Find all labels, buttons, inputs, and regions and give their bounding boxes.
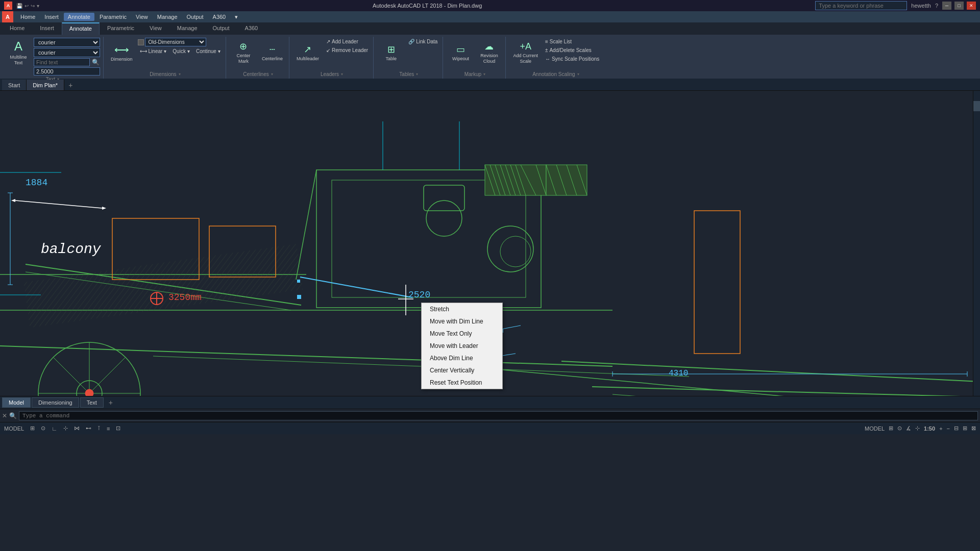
ctx-center-vertically[interactable]: Center Vertically <box>422 364 502 377</box>
continue-dim-button[interactable]: Continue ▾ <box>194 47 223 55</box>
leaders-expand[interactable]: ▾ <box>341 72 343 77</box>
status-layout[interactable]: ⊞ <box>963 425 967 432</box>
menu-a360[interactable]: A360 <box>209 13 230 21</box>
add-current-scale-button[interactable]: +A Add CurrentScale <box>510 38 541 67</box>
linear-dim-button[interactable]: ⟷ Linear ▾ <box>138 47 169 55</box>
group-markup-label: Markup ▾ <box>447 70 502 79</box>
menu-manage[interactable]: Manage <box>153 13 182 21</box>
status-tmodel[interactable]: ⊡ <box>116 425 120 432</box>
drawing-canvas[interactable]: 1884 balcony 3250mm 2520 void 4310 Stret… <box>0 91 980 396</box>
menu-insert[interactable]: Insert <box>40 13 63 21</box>
layout-dimensioning[interactable]: Dimensioning <box>32 397 79 408</box>
status-isnap[interactable]: ⋈ <box>74 425 80 432</box>
quick-dropdown[interactable]: ▾ <box>187 48 190 54</box>
ctx-above-dim-line[interactable]: Above Dim Line <box>422 352 502 364</box>
layout-model[interactable]: Model <box>2 397 31 408</box>
status-zoom-out[interactable]: − <box>947 425 950 432</box>
status-polar[interactable]: ⊹ <box>63 425 68 432</box>
command-input[interactable] <box>19 411 978 420</box>
ctx-move-with-dim-line[interactable]: Move with Dim Line <box>422 315 502 328</box>
dimension-button[interactable]: ⟷ Dimension <box>108 38 136 67</box>
ctx-move-with-leader[interactable]: Move with Leader <box>422 340 502 352</box>
minimize-button[interactable]: ─ <box>942 2 951 10</box>
tab-dim-plan[interactable]: Dim Plan* <box>27 80 64 90</box>
status-zoom-in[interactable]: + <box>939 425 942 432</box>
add-layout-button[interactable]: + <box>105 398 117 407</box>
menu-parametric[interactable]: Parametric <box>95 13 131 21</box>
scroll-thumb[interactable] <box>973 101 980 111</box>
menu-more[interactable]: ▾ <box>231 13 242 21</box>
status-annotation[interactable]: ⊙ <box>897 425 902 432</box>
status-grid[interactable]: ⊞ <box>30 425 35 432</box>
centerline-button[interactable]: ┄ Centerline <box>259 38 286 67</box>
status-lock[interactable]: ∡ <box>906 425 911 432</box>
status-viewport[interactable]: ⊞ <box>889 425 893 432</box>
menu-home[interactable]: Home <box>16 13 39 21</box>
ctx-move-text-only[interactable]: Move Text Only <box>422 328 502 340</box>
new-tab-button[interactable]: + <box>64 80 77 91</box>
font-selector[interactable]: courier <box>34 38 100 47</box>
status-workspace[interactable]: ⊟ <box>954 425 959 432</box>
quick-access-redo[interactable]: ↪ <box>31 3 35 9</box>
multiline-text-button[interactable]: A MultilineText <box>5 38 32 67</box>
tab-output[interactable]: Output <box>205 22 237 35</box>
command-search-icon[interactable]: 🔍 <box>9 412 17 419</box>
wipeout-button[interactable]: ▭ Wipeout <box>447 38 474 67</box>
status-model[interactable]: MODEL <box>4 425 24 432</box>
dim-style-selector[interactable]: Old-Dimensions <box>145 38 206 46</box>
status-fullscreen[interactable]: ⊠ <box>971 425 976 432</box>
add-delete-scales-button[interactable]: ± Add/Delete Scales <box>543 46 601 54</box>
tab-manage[interactable]: Manage <box>169 22 205 35</box>
keyword-search[interactable] <box>815 1 907 10</box>
tab-start[interactable]: Start <box>2 80 27 90</box>
status-isolate[interactable]: ⊹ <box>915 425 920 432</box>
status-dynin[interactable]: ⊺ <box>97 425 101 432</box>
status-ortho[interactable]: ∟ <box>52 425 57 432</box>
style-selector[interactable]: courier <box>34 48 100 57</box>
tab-view[interactable]: View <box>142 22 169 35</box>
tables-expand[interactable]: ▾ <box>416 72 418 77</box>
close-button[interactable]: ✕ <box>967 2 976 10</box>
markup-expand[interactable]: ▾ <box>483 72 485 77</box>
center-mark-button[interactable]: ⊕ CenterMark <box>230 38 257 67</box>
link-data-button[interactable]: 🔗 Link Data <box>406 38 439 45</box>
document-tabs: Start Dim Plan* + <box>0 80 980 91</box>
linear-dropdown[interactable]: ▾ <box>164 48 166 54</box>
sync-scale-positions-button[interactable]: ↔ Sync Scale Positions <box>543 55 601 63</box>
layout-text[interactable]: Text <box>80 397 104 408</box>
quick-access-save[interactable]: 💾 <box>16 3 22 9</box>
continue-dropdown[interactable]: ▾ <box>218 48 220 54</box>
scale-list-button[interactable]: ≡ Scale List <box>543 38 601 45</box>
text-size-input[interactable] <box>34 67 100 76</box>
annotation-scaling-expand[interactable]: ▾ <box>577 72 579 77</box>
multileader-button[interactable]: ↗ Multileader <box>293 38 322 67</box>
tab-insert[interactable]: Insert <box>32 22 62 35</box>
status-lweight[interactable]: ≡ <box>107 425 110 432</box>
tab-a360[interactable]: A360 <box>237 22 266 35</box>
status-snap[interactable]: ⊙ <box>41 425 45 432</box>
tab-home[interactable]: Home <box>2 22 32 35</box>
revision-cloud-button[interactable]: ☁ RevisionCloud <box>476 38 502 67</box>
find-text-icon[interactable]: 🔍 <box>92 59 100 66</box>
ctx-reset-text-position[interactable]: Reset Text Position <box>422 377 502 389</box>
command-close-icon[interactable]: ✕ <box>2 412 7 419</box>
table-button[interactable]: ⊞ Table <box>378 38 404 67</box>
find-text-input[interactable] <box>34 58 90 66</box>
statusbar: MODEL ⊞ ⊙ ∟ ⊹ ⋈ ⊷ ⊺ ≡ ⊡ MODEL ⊞ ⊙ ∡ ⊹ 1:… <box>0 422 980 434</box>
status-3dosnap[interactable]: ⊷ <box>86 425 91 432</box>
ctx-stretch[interactable]: Stretch <box>422 303 502 315</box>
menu-annotate[interactable]: Annotate <box>64 13 94 21</box>
help-icon[interactable]: ? <box>935 3 938 9</box>
dim-group-expand[interactable]: ▾ <box>179 72 181 77</box>
tab-parametric[interactable]: Parametric <box>100 22 142 35</box>
vertical-scrollbar[interactable] <box>973 91 980 396</box>
add-leader-button[interactable]: ↗ Add Leader <box>324 38 370 45</box>
menu-view[interactable]: View <box>132 13 152 21</box>
centerlines-expand[interactable]: ▾ <box>271 72 273 77</box>
menu-output[interactable]: Output <box>183 13 208 21</box>
remove-leader-button[interactable]: ↙ Remove Leader <box>324 46 370 54</box>
maximize-button[interactable]: □ <box>954 2 964 10</box>
quick-access-undo[interactable]: ↩ <box>24 3 29 9</box>
tab-annotate[interactable]: Annotate <box>62 22 100 35</box>
quick-dim-button[interactable]: Quick ▾ <box>170 47 192 55</box>
